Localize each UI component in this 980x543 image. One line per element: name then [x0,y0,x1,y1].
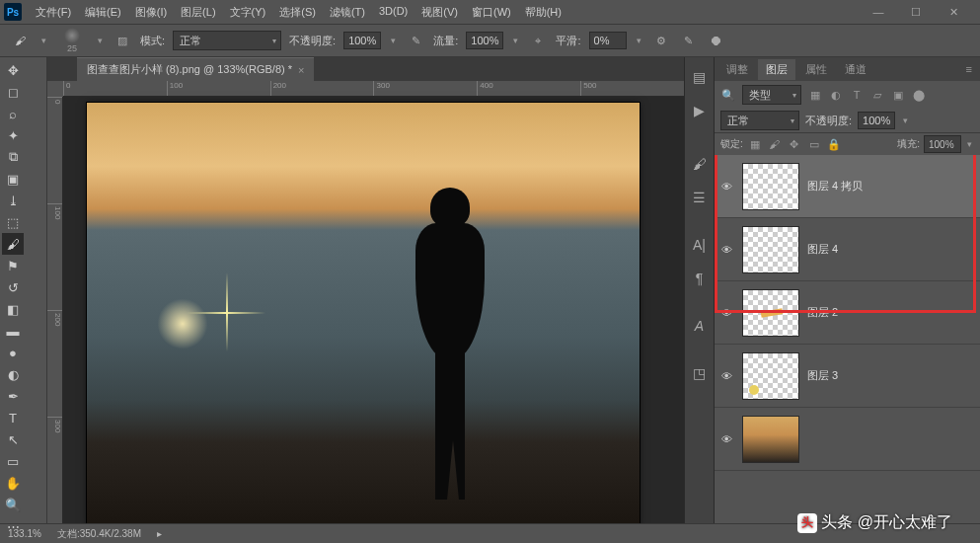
patch-tool[interactable]: ⬚ [2,211,24,233]
stamp-tool[interactable]: ⚑ [2,255,24,276]
tab-channels[interactable]: 通道 [837,59,874,80]
tab-close-icon[interactable]: × [298,64,304,76]
lasso-tool[interactable]: ⌕ [2,103,24,124]
filter-type-icon[interactable]: T [849,87,865,103]
close-button[interactable]: ✕ [939,4,968,20]
layer-thumbnail[interactable] [742,226,799,273]
layer-blend-dropdown[interactable]: 正常 [720,111,799,130]
crop-tool[interactable]: ⧉ [2,146,24,168]
ruler-vertical[interactable]: 0 100 200 300 [47,97,63,523]
lock-nest-icon[interactable]: ▭ [806,136,822,152]
zoom-tool[interactable]: 🔍 [2,494,24,515]
flow-value[interactable]: 100% [466,32,503,49]
glyphs-panel-icon[interactable]: A [690,316,710,336]
menu-file[interactable]: 文件(F) [30,3,77,22]
filter-smart-icon[interactable]: ▣ [890,87,906,103]
pressure-size-icon[interactable]: ✎ [679,31,699,50]
hand-tool[interactable]: ✋ [2,472,24,494]
visibility-icon[interactable]: 👁 [718,181,734,193]
layer-row[interactable]: 👁 [715,408,980,471]
visibility-icon[interactable]: 👁 [718,244,734,256]
brushes-panel-icon[interactable]: 🖌 [690,154,710,174]
fill-chevron-icon[interactable]: ▾ [965,139,974,149]
blend-mode-dropdown[interactable]: 正常 [173,31,281,50]
menu-layer[interactable]: 图层(L) [175,3,221,22]
type-tool[interactable]: T [2,407,24,428]
paragraph-panel-icon[interactable]: ¶ [690,269,710,288]
canvas[interactable] [87,103,640,523]
document-tab[interactable]: 图查查图片小样 (8).png @ 133%(RGB/8) * × [77,57,314,81]
ruler-horizontal[interactable]: 0 100 200 300 400 500 [63,81,684,97]
smooth-value[interactable]: 0% [589,32,627,49]
zoom-level[interactable]: 133.1% [8,528,41,539]
blur-tool[interactable]: ● [2,342,24,363]
pressure-opacity-icon[interactable]: ✎ [406,31,425,50]
character-panel-icon[interactable]: A| [690,235,710,255]
tab-properties[interactable]: 属性 [797,59,835,80]
menu-3d[interactable]: 3D(D) [373,3,414,22]
lock-all-icon[interactable]: 🔒 [826,136,842,152]
panel-menu-icon[interactable]: ≡ [962,63,976,75]
menu-select[interactable]: 选择(S) [273,3,322,22]
filter-shape-icon[interactable]: ▱ [869,87,885,103]
brush-preview[interactable]: 25 [56,27,88,54]
symmetry-icon[interactable]: ⯃ [707,31,726,50]
menu-filter[interactable]: 滤镜(T) [324,3,371,22]
fill-value[interactable]: 100% [924,135,961,153]
lock-trans-icon[interactable]: ▦ [747,136,763,152]
gradient-tool[interactable]: ▬ [2,320,24,342]
menu-image[interactable]: 图像(I) [129,3,173,22]
doc-size[interactable]: 文档:350.4K/2.38M [57,527,141,541]
lock-paint-icon[interactable]: 🖌 [767,136,783,152]
eyedropper-tool[interactable]: ⤓ [2,190,24,211]
history-brush-tool[interactable]: ↺ [2,276,24,298]
menu-type[interactable]: 文字(Y) [224,3,272,22]
brush-settings-icon[interactable]: ☰ [690,188,710,207]
brush-panel-icon[interactable]: ▨ [113,31,132,50]
visibility-icon[interactable]: 👁 [718,433,734,445]
layer-name[interactable]: 图层 2 [807,305,838,320]
search-icon[interactable]: 🔍 [720,87,736,103]
layer-thumbnail[interactable] [742,289,799,337]
menu-help[interactable]: 帮助(H) [519,3,567,22]
layer-name[interactable]: 图层 4 拷贝 [807,179,863,194]
path-select-tool[interactable]: ↖ [2,428,24,450]
layer-opacity-chevron-icon[interactable]: ▾ [901,116,910,125]
3d-panel-icon[interactable]: ◳ [690,363,710,383]
layer-thumbnail[interactable] [742,416,799,463]
marquee-tool[interactable]: ◻ [2,81,24,103]
opacity-value[interactable]: 100% [343,32,381,49]
minimize-button[interactable]: — [864,4,893,20]
layer-thumbnail[interactable] [742,163,799,210]
pen-tool[interactable]: ✒ [2,385,24,407]
smooth-gear-icon[interactable]: ⚙ [651,31,671,50]
status-chevron-icon[interactable]: ▸ [157,528,162,539]
brush-tool-icon[interactable]: 🖌 [8,29,32,52]
filter-type-dropdown[interactable]: 类型 [742,85,801,105]
menu-view[interactable]: 视图(V) [415,3,464,22]
filter-pixel-icon[interactable]: ▦ [807,87,823,103]
brush-chevron-icon[interactable]: ▾ [96,36,105,45]
filter-toggle-icon[interactable]: ⬤ [911,87,927,103]
filter-adjust-icon[interactable]: ◐ [828,87,844,103]
brush-tool[interactable]: 🖌 [2,233,24,255]
layer-name[interactable]: 图层 4 [807,242,838,257]
layer-row[interactable]: 👁 图层 3 [715,345,980,408]
eraser-tool[interactable]: ◧ [2,298,24,320]
smooth-chevron-icon[interactable]: ▾ [635,36,643,45]
menu-window[interactable]: 窗口(W) [466,3,517,22]
layer-row[interactable]: 👁 图层 4 [715,218,980,281]
actions-panel-icon[interactable]: ▶ [690,101,710,120]
maximize-button[interactable]: ☐ [901,4,931,20]
tool-preset-chevron-icon[interactable]: ▾ [39,36,48,45]
layer-opacity-value[interactable]: 100% [858,112,895,129]
tab-adjustments[interactable]: 调整 [718,59,756,80]
menu-edit[interactable]: 编辑(E) [79,3,127,22]
dodge-tool[interactable]: ◐ [2,363,24,385]
history-panel-icon[interactable]: ▤ [690,67,710,87]
tab-layers[interactable]: 图层 [758,59,795,80]
frame-tool[interactable]: ▣ [2,168,24,190]
opacity-chevron-icon[interactable]: ▾ [389,36,398,45]
visibility-icon[interactable]: 👁 [718,370,734,382]
layer-row[interactable]: 👁 图层 4 拷贝 [715,155,980,218]
